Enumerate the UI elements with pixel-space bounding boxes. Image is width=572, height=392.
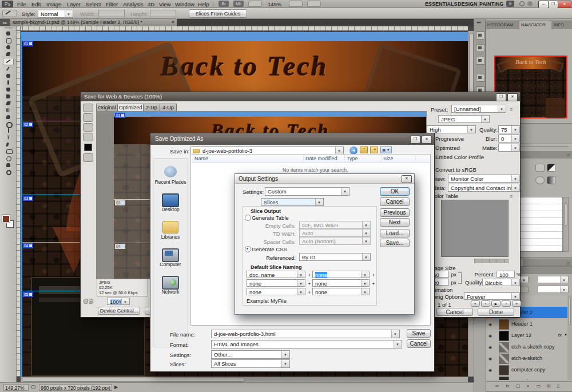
eye-icon[interactable] — [488, 332, 492, 338]
collapsed-panel-icon-3[interactable] — [476, 57, 485, 65]
output-cancel-button[interactable]: Cancel — [380, 197, 410, 206]
workspace-painting[interactable]: PAINTING — [479, 1, 503, 7]
slices-from-guides-button[interactable]: Slices From Guides — [189, 9, 247, 18]
menu-3d[interactable]: 3D — [148, 1, 154, 7]
menu-analysis[interactable]: Analysis — [123, 1, 143, 7]
slice-badge-03[interactable]: 03 — [23, 196, 33, 201]
adjustment-icon-1[interactable] — [535, 164, 545, 172]
layer-fx-badge[interactable]: fx — [558, 332, 562, 338]
color-table-buttons[interactable] — [474, 259, 509, 263]
menu-window[interactable]: Window — [175, 1, 194, 7]
zoom-in-button[interactable]: + — [89, 299, 93, 304]
collapsed-panel-icon-2[interactable] — [476, 44, 485, 52]
toggle-slices-icon[interactable] — [83, 153, 93, 162]
menu-image[interactable]: Image — [46, 1, 61, 7]
compression-select[interactable]: High — [427, 125, 476, 133]
output-save-button[interactable]: Save... — [380, 239, 410, 247]
menu-select[interactable]: Select — [86, 1, 101, 7]
type-tool[interactable]: T — [3, 134, 13, 141]
output-close-button[interactable]: ✕ — [402, 175, 412, 183]
adjustment-icon-3[interactable] — [535, 176, 545, 184]
place-computer[interactable]: Computer — [153, 248, 188, 274]
zoom-level-control[interactable]: 149% — [268, 1, 281, 7]
layer-group-icon[interactable]: ▭ — [537, 383, 541, 389]
menu-file[interactable]: File — [17, 1, 26, 7]
layer-row[interactable]: computer — [486, 375, 570, 380]
ps-logo[interactable]: Ps — [2, 1, 13, 7]
tab-histogram[interactable]: HISTOGRAM — [487, 22, 517, 27]
preview-slice-badge-03[interactable]: 03 — [115, 200, 125, 205]
sfw-done-button[interactable]: Done — [478, 308, 514, 316]
percent-field[interactable]: 100 — [496, 271, 515, 278]
move-tool[interactable] — [3, 30, 13, 37]
place-desktop[interactable]: Desktop — [153, 193, 188, 219]
looping-select[interactable]: Forever — [464, 292, 520, 300]
sfw-zoom-select[interactable]: 100% — [107, 298, 130, 305]
workspace-essentials[interactable]: ESSENTIALS — [425, 1, 458, 7]
adjustment-layer-icon[interactable]: ◑ — [526, 383, 529, 389]
slice-badge-04[interactable]: 04 — [23, 243, 33, 248]
spot-healing-tool[interactable] — [3, 73, 13, 79]
saveas-settings-select[interactable]: Other... — [211, 350, 290, 359]
saveas-save-button[interactable]: Save — [407, 329, 431, 338]
bridge-button[interactable]: Br — [219, 1, 229, 7]
layer-row[interactable]: etch-a-sketch — [486, 353, 570, 365]
collapse-dock-icon[interactable]: ◂◂ — [476, 20, 480, 25]
width-field[interactable] — [98, 10, 125, 17]
window-close-button[interactable]: ✕ — [558, 1, 571, 9]
spacer-cells-select[interactable]: Auto (Bottom) — [299, 237, 371, 245]
last-frame-button[interactable]: » — [512, 300, 521, 307]
output-section-select[interactable]: Slices — [261, 198, 324, 206]
menu-view[interactable]: View — [159, 1, 170, 7]
tool-preset-picker[interactable] — [2, 10, 17, 17]
next-frame-button[interactable]: › — [502, 300, 511, 307]
preview-slice-badge-01[interactable]: 01 — [115, 113, 125, 118]
opacity-field[interactable] — [538, 276, 569, 283]
eyedropper-tool[interactable] — [3, 66, 13, 72]
layer-style-icon[interactable]: fx — [506, 383, 509, 389]
output-title-bar[interactable]: Output Settings ✕ — [235, 174, 414, 184]
output-next-button[interactable]: Next — [380, 218, 410, 227]
eraser-tool[interactable] — [3, 100, 13, 106]
menu-layer[interactable]: Layer — [67, 1, 81, 7]
screen-mode-button[interactable] — [307, 1, 321, 7]
marquee-tool[interactable] — [3, 37, 13, 43]
path-selection-tool[interactable] — [3, 141, 13, 148]
back-nav-icon[interactable]: ◂ — [349, 146, 357, 155]
views-menu-icon[interactable]: ▦ ▼ — [380, 146, 392, 153]
dodge-tool[interactable] — [3, 121, 13, 127]
pen-tool[interactable] — [3, 128, 13, 134]
link-dimensions-icon[interactable] — [458, 272, 462, 284]
sfw-maximize-button[interactable]: ❐ — [496, 93, 506, 101]
cslive-user-icon[interactable] — [527, 1, 533, 6]
tab-close-icon[interactable]: ✕ — [171, 19, 175, 25]
menu-edit[interactable]: Edit — [31, 1, 41, 7]
saveas-cancel-button[interactable]: Cancel — [407, 339, 431, 348]
menu-help[interactable]: Help — [198, 1, 209, 7]
tab-overflow-button[interactable]: ▸▸ — [0, 19, 10, 26]
layer-row[interactable]: etch-a-sketch copy — [486, 341, 570, 353]
place-network[interactable]: Network — [153, 276, 188, 301]
view-extras-button[interactable] — [248, 1, 262, 7]
place-libraries[interactable]: Libraries — [153, 221, 188, 246]
zoom-out-button[interactable]: – — [84, 299, 88, 304]
sfw-cancel-button[interactable]: Cancel — [436, 308, 473, 316]
resample-select[interactable]: Bicubic — [482, 279, 520, 286]
output-settings-select[interactable]: Custom — [265, 187, 349, 196]
status-zoom-field[interactable]: 149.27% — [3, 384, 29, 391]
zoom-tool-icon[interactable] — [83, 123, 93, 132]
panel-menu-icon[interactable] — [567, 152, 570, 158]
naming-select-1a[interactable]: doc. name — [247, 271, 305, 278]
eye-icon[interactable] — [488, 366, 492, 373]
output-previous-button[interactable]: Previous — [380, 208, 410, 217]
preset-menu-icon[interactable] — [510, 106, 513, 112]
cslive-icon[interactable] — [519, 1, 525, 6]
quality-field[interactable]: 75 — [498, 125, 520, 133]
hand-tool[interactable] — [3, 162, 13, 168]
lasso-tool[interactable] — [3, 44, 13, 50]
new-folder-icon[interactable]: ✶ — [370, 146, 378, 153]
collapsed-panel-icon-1[interactable] — [476, 31, 485, 39]
slice-select-tool-icon[interactable] — [83, 113, 93, 122]
saveas-close-button[interactable]: ✕ — [422, 136, 432, 144]
naming-select-3a[interactable]: none — [247, 288, 305, 295]
